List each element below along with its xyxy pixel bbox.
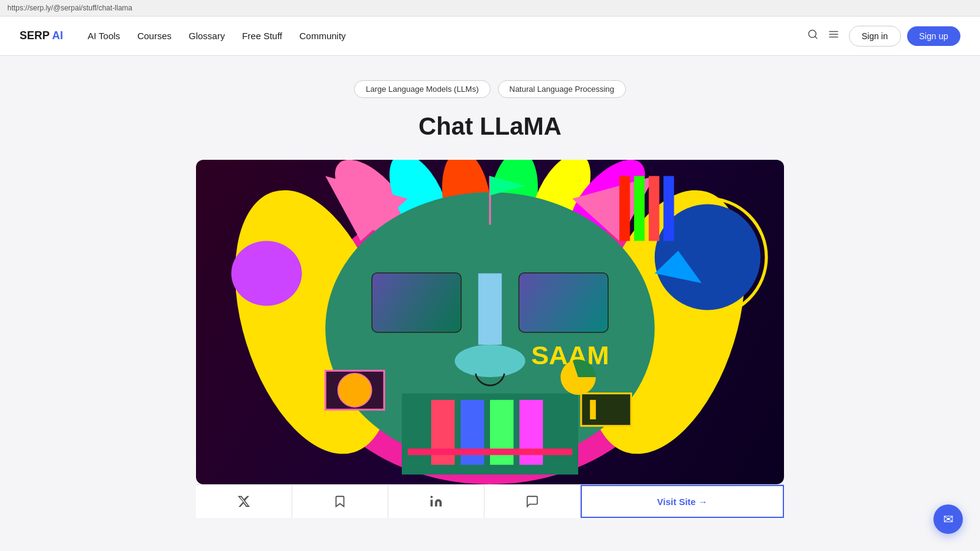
- signin-button[interactable]: Sign in: [849, 26, 901, 47]
- nav-logo[interactable]: SERP AI: [20, 29, 63, 42]
- tags-row: Large Language Models (LLMs) Natural Lan…: [196, 80, 784, 98]
- browser-url: https://serp.ly/@serpai/stuff/chat-llama: [7, 4, 132, 12]
- chat-fab[interactable]: ✉: [933, 504, 963, 518]
- nav-community[interactable]: Community: [300, 31, 346, 41]
- nav-courses[interactable]: Courses: [137, 31, 172, 41]
- comment-action[interactable]: [484, 485, 581, 518]
- twitter-share[interactable]: [196, 485, 292, 518]
- logo-serp: SERP: [20, 29, 50, 42]
- nav-links: AI Tools Courses Glossary Free Stuff Com…: [88, 31, 807, 41]
- nav-glossary[interactable]: Glossary: [189, 31, 225, 41]
- nav-auth: Sign in Sign up: [849, 26, 960, 47]
- page-title: Chat LLaMA: [196, 113, 784, 140]
- hero-canvas: [196, 160, 784, 484]
- svg-line-1: [815, 36, 816, 38]
- tag-llm[interactable]: Large Language Models (LLMs): [354, 80, 490, 98]
- visit-site-button[interactable]: Visit Site →: [581, 485, 784, 518]
- bookmark-action[interactable]: [292, 485, 388, 518]
- hero-image: [196, 160, 784, 484]
- navbar: SERP AI AI Tools Courses Glossary Free S…: [0, 17, 980, 56]
- search-icon[interactable]: [807, 29, 818, 43]
- linkedin-share[interactable]: [388, 485, 484, 518]
- menu-icon[interactable]: [828, 29, 839, 43]
- main-content: Large Language Models (LLMs) Natural Lan…: [184, 56, 796, 518]
- nav-free-stuff[interactable]: Free Stuff: [242, 31, 282, 41]
- nav-ai-tools[interactable]: AI Tools: [88, 31, 120, 41]
- nav-icons: [807, 29, 839, 43]
- chat-fab-icon: ✉: [943, 512, 954, 518]
- browser-url-bar: https://serp.ly/@serpai/stuff/chat-llama: [0, 0, 980, 17]
- action-bar: Visit Site →: [196, 484, 784, 518]
- tag-nlp[interactable]: Natural Language Processing: [498, 80, 626, 98]
- signup-button[interactable]: Sign up: [907, 26, 960, 46]
- logo-ai: AI: [52, 29, 63, 42]
- svg-point-6: [431, 496, 433, 498]
- svg-rect-5: [431, 500, 433, 506]
